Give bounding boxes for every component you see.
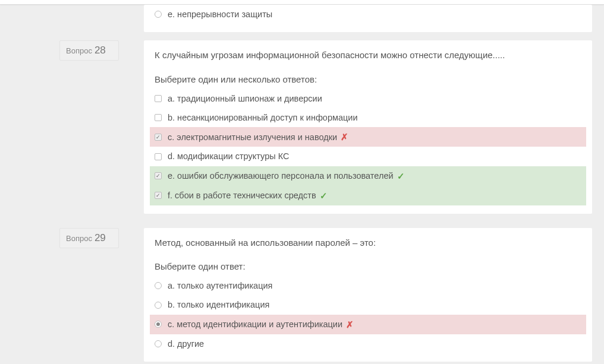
checkbox-input[interactable]: [155, 153, 162, 160]
checkbox-input[interactable]: [155, 114, 162, 121]
option-label: e. ошибки обслуживающего персонала и пол…: [168, 170, 394, 182]
option-label: e. непрерывности защиты: [168, 8, 272, 20]
checkmark-icon: ✓: [397, 170, 405, 182]
option-item[interactable]: f. сбои в работе технических средств✓: [150, 186, 586, 205]
checkbox-input[interactable]: [155, 95, 162, 102]
options-list: a. традиционный шпионаж и диверсииb. нес…: [155, 89, 581, 205]
option-label: d. модификации структуры КС: [168, 150, 289, 162]
options-list: e. непрерывности защиты: [155, 5, 581, 24]
radio-input[interactable]: [155, 11, 162, 18]
option-item[interactable]: a. только аутентификация: [150, 276, 586, 295]
question-label-prefix: Вопрос: [66, 46, 92, 55]
instruction-text: Выберите один ответ:: [155, 261, 581, 271]
cross-icon: ✗: [341, 131, 348, 143]
option-label: b. несанкционированный доступ к информац…: [168, 112, 358, 124]
checkbox-input[interactable]: [155, 134, 162, 141]
question-label-prefix: Вопрос: [66, 234, 92, 243]
radio-input[interactable]: [155, 340, 162, 347]
cross-icon: ✗: [346, 318, 354, 331]
radio-input[interactable]: [155, 321, 162, 328]
page-content: e. непрерывности защиты Вопрос28К случай…: [0, 5, 604, 364]
question-card: К случайным угрозам информационной безоп…: [144, 40, 592, 213]
question-number: 29: [95, 232, 106, 244]
option-item[interactable]: e. непрерывности защиты: [150, 5, 586, 24]
option-label: d. другие: [168, 338, 204, 350]
option-item[interactable]: b. несанкционированный доступ к информац…: [150, 108, 586, 127]
instruction-text: Выберите один или несколько ответов:: [155, 74, 581, 84]
option-item[interactable]: e. ошибки обслуживающего персонала и пол…: [150, 166, 586, 186]
option-label: f. сбои в работе технических средств: [168, 189, 316, 201]
question-text: К случайным угрозам информационной безоп…: [155, 49, 581, 62]
option-item[interactable]: c. метод идентификации и аутентификации✗: [150, 315, 586, 334]
options-list: a. только аутентификацияb. только иденти…: [155, 276, 581, 353]
question-card: Метод, основанный на использовании парол…: [144, 228, 592, 362]
partial-question-row: e. непрерывности защиты: [12, 5, 592, 32]
question-text: Метод, основанный на использовании парол…: [155, 236, 581, 250]
option-label: a. только аутентификация: [168, 280, 272, 292]
option-item[interactable]: d. модификации структуры КС: [150, 147, 586, 166]
question-number-badge: Вопрос29: [59, 228, 119, 248]
option-item[interactable]: b. только идентификация: [150, 295, 586, 314]
option-item[interactable]: c. электромагнитные излучения и наводки✗: [150, 127, 586, 147]
checkmark-icon: ✓: [320, 189, 328, 202]
radio-input[interactable]: [155, 282, 162, 289]
checkbox-input[interactable]: [155, 172, 162, 179]
option-label: c. электромагнитные излучения и наводки: [168, 131, 337, 143]
option-label: b. только идентификация: [168, 299, 269, 311]
option-label: c. метод идентификации и аутентификации: [168, 318, 342, 330]
partial-question-card: e. непрерывности защиты: [144, 5, 592, 32]
top-bar: [0, 0, 604, 5]
option-item[interactable]: a. традиционный шпионаж и диверсии: [150, 89, 586, 108]
checkbox-input[interactable]: [155, 192, 162, 199]
radio-input[interactable]: [155, 302, 162, 309]
option-label: a. традиционный шпионаж и диверсии: [168, 93, 322, 105]
question-number: 28: [95, 45, 106, 56]
question-row: Вопрос29Метод, основанный на использован…: [12, 228, 592, 362]
question-number-badge: Вопрос28: [59, 40, 119, 61]
question-row: Вопрос28К случайным угрозам информационн…: [12, 40, 592, 213]
option-item[interactable]: d. другие: [150, 334, 586, 353]
